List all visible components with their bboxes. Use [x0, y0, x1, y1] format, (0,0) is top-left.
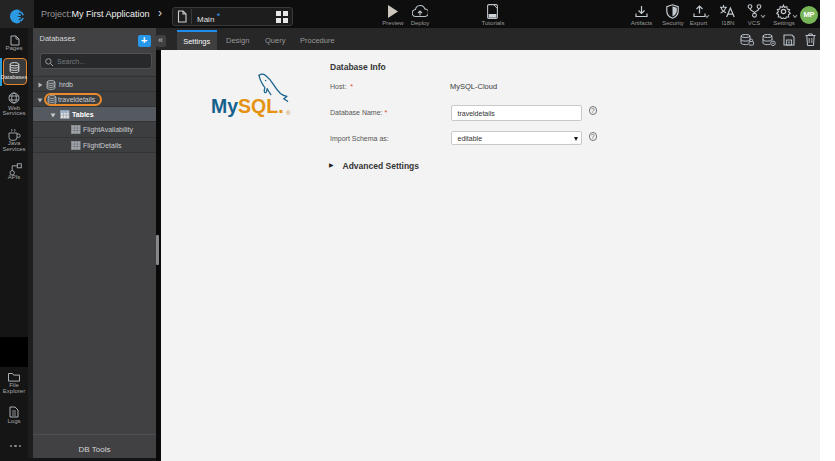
- svg-text:®: ®: [286, 110, 291, 116]
- svg-text:MySQL.: MySQL.: [211, 95, 284, 117]
